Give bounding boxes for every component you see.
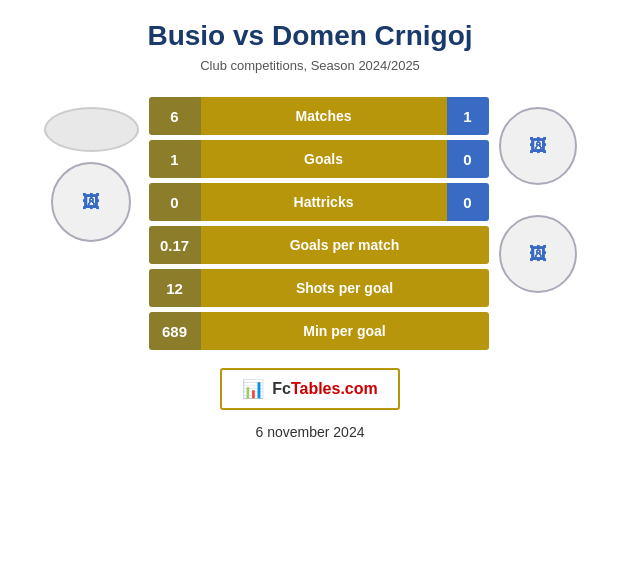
stats-table: 6Matches11Goals00Hattricks00.17Goals per… xyxy=(149,97,489,350)
stat-label-goals: Goals xyxy=(201,140,447,178)
stat-row-hattricks: 0Hattricks0 xyxy=(149,183,489,221)
stat-row-shots_per_goal: 12Shots per goal xyxy=(149,269,489,307)
date-label: 6 november 2024 xyxy=(256,424,365,440)
right-player-avatar-top: 🖼 xyxy=(499,107,577,185)
page-subtitle: Club competitions, Season 2024/2025 xyxy=(200,58,420,73)
main-area: 🖼 6Matches11Goals00Hattricks00.17Goals p… xyxy=(10,97,610,350)
stat-label-min_per_goal: Min per goal xyxy=(201,312,489,350)
right-player-bottom-icon: 🖼 xyxy=(529,244,547,265)
right-player-avatars: 🖼 🖼 xyxy=(499,107,577,293)
stat-label-hattricks: Hattricks xyxy=(201,183,447,221)
left-player-ellipse xyxy=(44,107,139,152)
right-player-avatar-bottom: 🖼 xyxy=(499,215,577,293)
right-player-top-icon: 🖼 xyxy=(529,136,547,157)
stat-row-min_per_goal: 689Min per goal xyxy=(149,312,489,350)
stat-right-matches: 1 xyxy=(447,97,489,135)
stat-label-goals_per_match: Goals per match xyxy=(201,226,489,264)
logo-area: 📊 FcTables.com xyxy=(220,368,400,410)
stat-row-matches: 6Matches1 xyxy=(149,97,489,135)
logo-prefix: Fc xyxy=(272,380,291,397)
page-title: Busio vs Domen Crnigoj xyxy=(147,20,472,52)
stat-left-matches: 6 xyxy=(149,97,201,135)
logo-text: FcTables.com xyxy=(272,380,378,398)
stat-left-shots_per_goal: 12 xyxy=(149,269,201,307)
stat-left-min_per_goal: 689 xyxy=(149,312,201,350)
left-player-avatars: 🖼 xyxy=(44,107,139,242)
stat-left-goals_per_match: 0.17 xyxy=(149,226,201,264)
stat-label-matches: Matches xyxy=(201,97,447,135)
logo-chart-icon: 📊 xyxy=(242,378,264,400)
stat-row-goals_per_match: 0.17Goals per match xyxy=(149,226,489,264)
stat-right-hattricks: 0 xyxy=(447,183,489,221)
page-container: Busio vs Domen Crnigoj Club competitions… xyxy=(0,0,620,580)
stat-label-shots_per_goal: Shots per goal xyxy=(201,269,489,307)
left-player-icon: 🖼 xyxy=(82,192,100,213)
stat-left-goals: 1 xyxy=(149,140,201,178)
stat-right-goals: 0 xyxy=(447,140,489,178)
left-player-avatar: 🖼 xyxy=(51,162,131,242)
stat-left-hattricks: 0 xyxy=(149,183,201,221)
stat-row-goals: 1Goals0 xyxy=(149,140,489,178)
